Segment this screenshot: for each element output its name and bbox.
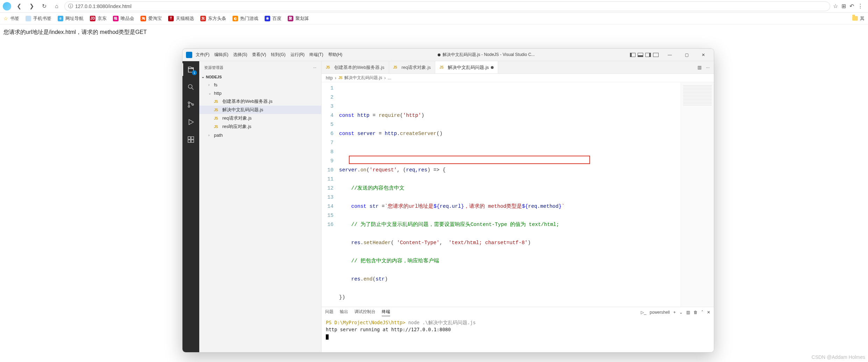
- editor-tab[interactable]: JSreq请求对象.js: [389, 61, 436, 73]
- file-item[interactable]: JS创建基本的Web服务器.js: [199, 97, 321, 106]
- window-maximize-button[interactable]: ▢: [680, 50, 694, 60]
- explorer-root[interactable]: ⌄ NODEJS: [199, 74, 321, 80]
- minimap[interactable]: [681, 82, 714, 307]
- file-item[interactable]: JSres响应对象.js: [199, 122, 321, 131]
- terminal-cursor-icon: [326, 334, 329, 340]
- menu-run[interactable]: 运行(R): [290, 52, 305, 58]
- folder-http[interactable]: ⌄http: [199, 89, 321, 97]
- favicon-icon: e: [58, 16, 63, 21]
- activity-run-debug-icon[interactable]: [186, 117, 196, 127]
- bookmark-item[interactable]: 淘爱淘宝: [141, 15, 162, 22]
- browser-toolbar: ❮ ❯ ↻ ⌂ ⓘ 127.0.0.1:8080/index.html ☆ ⊞ …: [0, 0, 868, 13]
- layout-customize-icon[interactable]: [653, 53, 659, 57]
- terminal-split-icon[interactable]: ▥: [686, 310, 690, 315]
- file-item[interactable]: JSreq请求对象.js: [199, 114, 321, 122]
- js-file-icon: JS: [214, 116, 220, 120]
- layout-right-icon[interactable]: [645, 53, 651, 57]
- terminal-shell-icon[interactable]: ▷_: [641, 310, 646, 315]
- activity-search-icon[interactable]: [186, 82, 196, 92]
- js-file-icon: JS: [338, 76, 342, 80]
- extensions-icon[interactable]: ⊞: [841, 3, 846, 9]
- favicon-icon: 淘: [141, 16, 146, 21]
- svg-rect-4: [188, 137, 191, 139]
- window-close-button[interactable]: ✕: [696, 50, 710, 60]
- unsaved-dot-icon: [438, 54, 440, 56]
- favicon-icon: T: [168, 16, 174, 21]
- undo-icon[interactable]: ↶: [849, 3, 854, 9]
- panel-tab-terminal[interactable]: 终端: [382, 309, 390, 316]
- menu-selection[interactable]: 选择(S): [233, 52, 247, 58]
- bookmark-item[interactable]: ❀百度: [265, 15, 281, 22]
- code-content[interactable]: const http = require('http') const serve…: [339, 82, 681, 307]
- chevron-right-icon: ›: [335, 76, 336, 80]
- window-minimize-button[interactable]: —: [663, 50, 677, 60]
- editor-tab[interactable]: JS创建基本的Web服务器.js: [322, 61, 389, 73]
- code-editor[interactable]: 1234 5678 9101112 13141516 const http = …: [322, 82, 714, 307]
- panel-tab-output[interactable]: 输出: [340, 309, 348, 316]
- window-title: 解决中文乱码问题.js - NodeJS - Visual Studio C..…: [443, 52, 535, 58]
- bookmark-item[interactable]: ☆书签: [3, 15, 19, 22]
- terminal-new-button[interactable]: +: [673, 310, 676, 315]
- menu-view[interactable]: 查看(V): [252, 52, 266, 58]
- bookmark-item[interactable]: JD京东: [90, 15, 107, 22]
- nav-back-button[interactable]: ❮: [14, 1, 24, 11]
- star-icon: ☆: [3, 16, 8, 21]
- favicon-icon: 东: [200, 16, 206, 21]
- svg-rect-5: [191, 137, 194, 139]
- line-gutter: 1234 5678 9101112 13141516: [322, 82, 339, 307]
- chevron-down-icon: ⌄: [201, 74, 205, 79]
- panel-tab-debug-console[interactable]: 调试控制台: [354, 309, 375, 316]
- bookmark-item[interactable]: 唯唯品会: [113, 15, 134, 22]
- bookmark-star-icon[interactable]: ☆: [833, 3, 838, 9]
- split-editor-icon[interactable]: ▥: [697, 65, 702, 70]
- chevron-down-icon[interactable]: ⌄: [679, 310, 683, 315]
- watermark-text: CSDN @Addam Holmes: [812, 354, 865, 360]
- terminal-shell-label[interactable]: powershell: [650, 310, 670, 315]
- site-info-icon[interactable]: ⓘ: [68, 3, 73, 9]
- editor-tabs: JS创建基本的Web服务器.js JSreq请求对象.js JS解决中文乱码问题…: [322, 61, 714, 74]
- bookmark-folder[interactable]: 其: [852, 15, 865, 22]
- folder-fs[interactable]: ›fs: [199, 80, 321, 89]
- menu-go[interactable]: 转到(G): [271, 52, 285, 58]
- breadcrumb[interactable]: http› JS解决中文乱码问题.js› ...: [322, 74, 714, 82]
- bookmark-item[interactable]: ◐热门游戏: [232, 15, 258, 22]
- terminal-trash-icon[interactable]: 🗑: [694, 310, 698, 315]
- nav-reload-button[interactable]: ↻: [39, 1, 49, 11]
- editor-area: JS创建基本的Web服务器.js JSreq请求对象.js JS解决中文乱码问题…: [322, 61, 714, 352]
- bookmark-item[interactable]: e网址导航: [58, 15, 84, 22]
- chevron-right-icon: ›: [208, 133, 212, 137]
- nav-forward-button[interactable]: ❯: [27, 1, 36, 11]
- folder-path[interactable]: ›path: [199, 131, 321, 139]
- tab-more-icon[interactable]: ···: [706, 65, 710, 70]
- svg-rect-7: [191, 140, 194, 142]
- activity-source-control-icon[interactable]: [186, 100, 196, 109]
- editor-tab[interactable]: JS解决中文乱码问题.js: [435, 61, 498, 73]
- bookmark-item[interactable]: 手机书签: [26, 15, 51, 22]
- svg-point-2: [188, 106, 190, 107]
- vscode-logo-icon: [186, 52, 192, 58]
- more-menu-icon[interactable]: ⋮: [858, 3, 863, 9]
- svg-point-0: [188, 85, 192, 88]
- address-bar[interactable]: ⓘ 127.0.0.1:8080/index.html: [64, 1, 830, 11]
- terminal-content[interactable]: PS D:\MyProject\NodeJS\http> node .\解决中文…: [322, 318, 714, 352]
- panel-tab-problems[interactable]: 问题: [325, 309, 333, 316]
- sidebar-title: 资源管理器: [204, 65, 223, 70]
- menu-edit[interactable]: 编辑(E): [214, 52, 228, 58]
- layout-left-icon[interactable]: [630, 53, 636, 57]
- sidebar-more-icon[interactable]: ···: [313, 65, 316, 70]
- terminal-maximize-icon[interactable]: ˄: [701, 310, 703, 315]
- layout-bottom-icon[interactable]: [638, 53, 643, 57]
- bookmarks-bar: ☆书签 手机书签 e网址导航 JD京东 唯唯品会 淘爱淘宝 T天猫精选 东东方头…: [0, 13, 868, 24]
- bookmark-item[interactable]: 聚聚划算: [288, 15, 309, 22]
- bookmark-item[interactable]: T天猫精选: [168, 15, 194, 22]
- menu-file[interactable]: 文件(F): [196, 52, 209, 58]
- activity-explorer-icon[interactable]: 1: [186, 65, 196, 74]
- vscode-titlebar: 文件(F) 编辑(E) 选择(S) 查看(V) 转到(G) 运行(R) 终端(T…: [182, 49, 714, 61]
- menu-terminal[interactable]: 终端(T): [309, 52, 323, 58]
- activity-extensions-icon[interactable]: [186, 135, 196, 144]
- terminal-close-icon[interactable]: ✕: [707, 310, 710, 315]
- menu-help[interactable]: 帮助(H): [328, 52, 343, 58]
- nav-home-button[interactable]: ⌂: [52, 1, 62, 11]
- bookmark-item[interactable]: 东东方头条: [200, 15, 226, 22]
- file-item[interactable]: JS解决中文乱码问题.js: [199, 106, 321, 114]
